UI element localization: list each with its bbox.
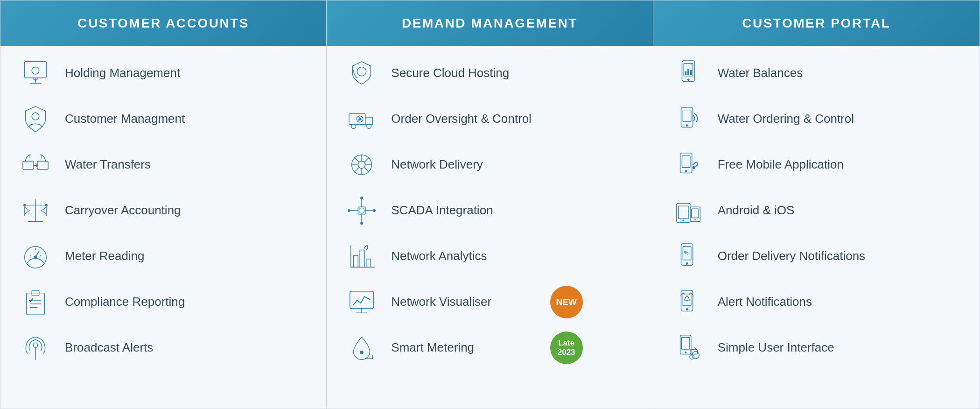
svg-point-83	[686, 262, 688, 265]
item-label: Holding Management	[65, 65, 180, 81]
item-label: Free Mobile Application	[718, 157, 844, 173]
item-broadcast-alerts[interactable]: Broadcast Alerts	[0, 325, 326, 371]
svg-line-15	[30, 255, 31, 256]
demand-management-list: Secure Cloud Hosting Order Oversight & C…	[327, 46, 652, 409]
main-grid: CUSTOMER ACCOUNTS Holding Management Cus…	[0, 0, 980, 409]
svg-rect-5	[23, 161, 34, 169]
drop-meter-icon	[345, 331, 378, 364]
chart-water-icon	[345, 240, 378, 273]
item-alert-notifications[interactable]: Alert Notifications	[653, 279, 980, 325]
item-label: Water Transfers	[65, 157, 151, 173]
scada-icon	[345, 194, 378, 227]
phone-percent-icon: %	[672, 240, 705, 273]
svg-point-46	[360, 197, 363, 199]
item-order-oversight[interactable]: Order Oversight & Control	[327, 96, 652, 142]
item-android-ios[interactable]: Android & iOS	[653, 188, 980, 233]
svg-rect-69	[683, 110, 691, 122]
item-carryover-accounting[interactable]: Carryover Accounting	[0, 188, 326, 233]
svg-rect-86	[683, 293, 691, 306]
svg-point-73	[685, 170, 687, 172]
item-label: Order Delivery Notifications	[718, 248, 865, 264]
svg-line-37	[364, 168, 369, 172]
truck-settings-icon	[345, 103, 378, 135]
column-customer-accounts: CUSTOMER ACCOUNTS Holding Management Cus…	[0, 0, 327, 409]
shield-user-icon	[19, 103, 52, 135]
header-customer-portal: CUSTOMER PORTAL	[653, 0, 980, 46]
header-customer-accounts: CUSTOMER ACCOUNTS	[0, 0, 326, 46]
svg-line-16	[40, 255, 41, 256]
item-label: Secure Cloud Hosting	[391, 65, 509, 81]
phone-bell-icon	[672, 286, 705, 318]
water-transfer-icon	[19, 148, 52, 181]
svg-rect-79	[691, 209, 699, 218]
gauge-icon	[19, 240, 52, 273]
item-water-transfers[interactable]: Water Transfers	[0, 142, 326, 188]
item-network-visualiser[interactable]: Network Visualiser NEW	[327, 279, 652, 325]
item-customer-management[interactable]: Customer Managment	[0, 96, 326, 142]
item-label: Broadcast Alerts	[65, 340, 153, 356]
svg-point-77	[682, 219, 684, 221]
svg-rect-89	[681, 338, 689, 349]
scales-icon	[19, 194, 52, 227]
svg-point-74	[692, 166, 695, 169]
svg-rect-65	[687, 69, 689, 75]
customer-portal-list: % Water Balances Water Ordering & Contro…	[653, 46, 980, 409]
item-label: Network Visualiser	[391, 294, 491, 310]
svg-text:%: %	[689, 63, 692, 67]
svg-line-38	[364, 157, 369, 162]
svg-line-36	[355, 157, 359, 162]
item-scada-integration[interactable]: SCADA Integration	[327, 188, 652, 233]
item-holding-management[interactable]: Holding Management	[0, 50, 326, 96]
monitor-chart-icon	[345, 286, 378, 318]
item-label: Alert Notifications	[718, 294, 812, 310]
item-label: Meter Reading	[65, 248, 145, 264]
item-label: Compliance Reporting	[65, 294, 185, 310]
svg-rect-66	[690, 70, 692, 75]
item-secure-cloud-hosting[interactable]: Secure Cloud Hosting	[327, 50, 652, 96]
item-meter-reading[interactable]: Meter Reading	[0, 233, 326, 279]
item-label: Network Delivery	[391, 157, 483, 173]
item-water-ordering[interactable]: Water Ordering & Control	[653, 96, 980, 142]
item-simple-ui[interactable]: Simple User Interface	[653, 325, 980, 371]
cloud-shield-icon	[345, 57, 378, 90]
item-compliance-reporting[interactable]: Compliance Reporting	[0, 279, 326, 325]
svg-point-80	[694, 219, 696, 220]
svg-rect-52	[354, 255, 358, 267]
item-label: Android & iOS	[718, 203, 795, 219]
item-label: Water Ordering & Control	[718, 111, 854, 127]
item-water-balances[interactable]: % Water Balances	[653, 50, 980, 96]
svg-point-60	[360, 351, 364, 354]
devices-icon	[672, 194, 705, 227]
svg-point-70	[686, 124, 688, 127]
svg-point-90	[685, 352, 686, 353]
item-label: Carryover Accounting	[65, 203, 181, 219]
svg-rect-76	[678, 206, 688, 219]
svg-point-47	[360, 222, 363, 225]
item-network-delivery[interactable]: Network Delivery	[327, 142, 652, 188]
column-customer-portal: CUSTOMER PORTAL % Water Balances Water O…	[653, 0, 980, 409]
svg-point-41	[359, 208, 365, 213]
svg-rect-54	[366, 259, 371, 267]
customer-accounts-list: Holding Management Customer Managment Wa…	[0, 46, 326, 409]
network-wheel-icon	[345, 148, 378, 181]
item-label: Smart Metering	[391, 340, 474, 356]
svg-point-25	[357, 67, 366, 76]
svg-point-11	[45, 204, 47, 206]
svg-rect-55	[350, 291, 373, 309]
column-demand-management: DEMAND MANAGEMENT Secure Cloud Hosting O…	[327, 0, 653, 409]
svg-text:%: %	[684, 249, 689, 255]
svg-point-63	[687, 78, 689, 81]
item-free-mobile[interactable]: Free Mobile Application	[653, 142, 980, 188]
header-demand-management: DEMAND MANAGEMENT	[327, 0, 652, 46]
phone-chart-icon: %	[672, 57, 705, 90]
item-network-analytics[interactable]: Network Analytics	[327, 233, 652, 279]
item-order-delivery-notifications[interactable]: % Order Delivery Notifications	[653, 233, 980, 279]
item-smart-metering[interactable]: Smart Metering Late2023	[327, 325, 652, 371]
svg-point-3	[32, 67, 39, 74]
broadcast-icon	[19, 331, 52, 364]
svg-point-4	[32, 113, 39, 120]
svg-point-87	[686, 308, 688, 310]
item-label: Water Balances	[718, 65, 803, 81]
svg-rect-6	[37, 161, 48, 169]
svg-rect-0	[25, 62, 47, 78]
